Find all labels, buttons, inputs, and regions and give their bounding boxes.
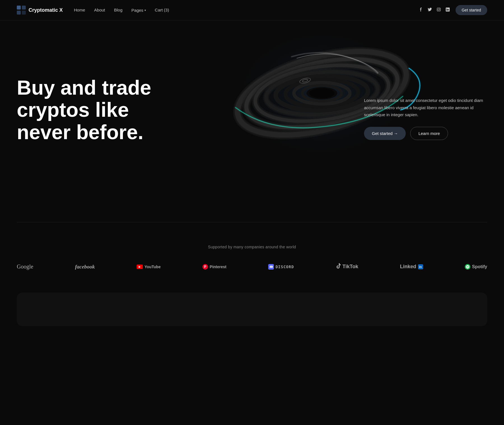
- spotify-logo-icon: [465, 264, 470, 270]
- facebook-nav-icon[interactable]: [419, 7, 423, 13]
- svg-point-17: [294, 83, 350, 104]
- google-logo-text: Google: [17, 263, 33, 270]
- discord-logo-text: DISCORD: [276, 265, 294, 269]
- tiktok-logo-text: TikTok: [342, 264, 358, 270]
- hero-section: Buy and trade cryptos like never before.…: [0, 20, 504, 222]
- hero-description: Lorem ipsum dolor sit amet consectetur e…: [364, 97, 487, 118]
- pinterest-logo-text: Pinterest: [210, 265, 227, 269]
- navbar: Cryptomatic X Home About Blog Pages ▾ Ca…: [0, 0, 504, 20]
- svg-rect-3: [22, 11, 26, 15]
- partner-youtube: ▶ YouTube: [137, 265, 161, 269]
- nav-item-blog[interactable]: Blog: [114, 8, 122, 13]
- svg-rect-2: [17, 11, 21, 15]
- linkedin-nav-icon[interactable]: [445, 7, 450, 13]
- svg-rect-4: [437, 8, 440, 11]
- nav-social-icons: [419, 7, 450, 13]
- linkedin-logo-text: Linked: [400, 264, 416, 270]
- partners-section: Supported by many companies around the w…: [0, 222, 504, 293]
- svg-rect-1: [22, 6, 26, 10]
- youtube-logo-text: YouTube: [144, 265, 161, 269]
- partner-linkedin: Linked in: [400, 264, 423, 270]
- pinterest-logo-icon: P: [202, 264, 208, 270]
- hero-buttons: Get started → Learn more: [364, 127, 487, 140]
- logo-area[interactable]: Cryptomatic X: [17, 6, 63, 15]
- hero-title-area: Buy and trade cryptos like never before.: [17, 77, 162, 160]
- hero-cta-area: Lorem ipsum dolor sit amet consectetur e…: [364, 97, 487, 140]
- spotify-logo-text: Spotify: [472, 264, 487, 269]
- svg-point-20: [309, 88, 335, 98]
- partners-title: Supported by many companies around the w…: [17, 245, 487, 249]
- svg-point-7: [232, 26, 412, 160]
- bottom-dark-card: [17, 293, 487, 326]
- nav-item-home[interactable]: Home: [74, 8, 85, 13]
- hero-get-started-button[interactable]: Get started →: [364, 127, 406, 140]
- svg-point-14: [264, 67, 380, 119]
- partner-discord: DISCORD: [268, 264, 294, 270]
- youtube-play-icon: ▶: [137, 265, 143, 269]
- svg-point-15: [275, 74, 369, 112]
- instagram-nav-icon[interactable]: [437, 7, 441, 13]
- partner-google: Google: [17, 263, 33, 270]
- nav-get-started-button[interactable]: Get started: [456, 5, 487, 15]
- nav-item-cart[interactable]: Cart (3): [155, 8, 169, 13]
- nav-right: Get started: [419, 5, 487, 15]
- partner-tiktok: TikTok: [336, 263, 358, 270]
- partners-grid: Google facebook ▶ YouTube P Pinterest DI…: [17, 263, 487, 270]
- svg-point-16: [285, 78, 359, 108]
- svg-point-19: [307, 87, 337, 99]
- nav-item-about[interactable]: About: [94, 8, 105, 13]
- svg-rect-0: [17, 6, 21, 10]
- linkedin-box-icon: in: [418, 264, 423, 269]
- logo-icon: [17, 6, 26, 15]
- nav-left: Cryptomatic X Home About Blog Pages ▾ Ca…: [17, 6, 169, 15]
- hero-title: Buy and trade cryptos like never before.: [17, 77, 162, 143]
- svg-point-22: [302, 79, 308, 83]
- twitter-nav-icon[interactable]: [428, 7, 432, 13]
- discord-logo-icon: [268, 264, 274, 270]
- nav-item-pages[interactable]: Pages ▾: [131, 8, 146, 13]
- svg-point-5: [438, 9, 440, 10]
- pages-chevron-icon: ▾: [144, 9, 146, 12]
- logo-text: Cryptomatic X: [29, 7, 63, 13]
- partner-spotify: Spotify: [465, 264, 487, 270]
- hero-learn-more-button[interactable]: Learn more: [410, 127, 448, 140]
- svg-point-21: [299, 77, 311, 84]
- facebook-logo-text: facebook: [75, 264, 95, 270]
- nav-links: Home About Blog Pages ▾ Cart (3): [74, 8, 169, 13]
- tiktok-logo-icon: [336, 263, 341, 270]
- svg-point-18: [302, 85, 342, 101]
- svg-point-6: [440, 8, 440, 9]
- partner-pinterest: P Pinterest: [202, 264, 227, 270]
- partner-facebook: facebook: [75, 264, 95, 270]
